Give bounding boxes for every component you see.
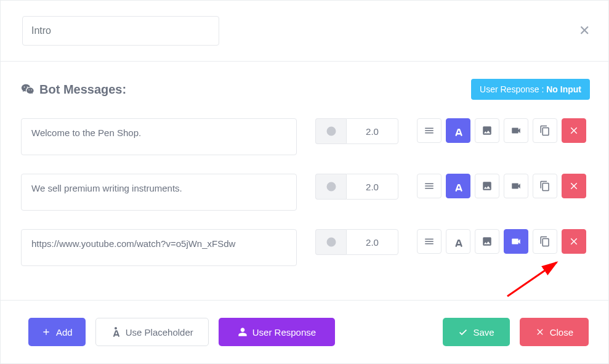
bars-icon (424, 125, 435, 136)
message-text-input[interactable] (21, 229, 297, 266)
close-icon (568, 180, 579, 192)
user-response-button[interactable]: User Response (219, 318, 335, 346)
font-icon (453, 125, 464, 136)
message-row (21, 229, 590, 266)
clock-icon (315, 229, 346, 255)
duplicate-button[interactable] (533, 174, 557, 198)
video-type-button[interactable] (504, 174, 528, 198)
save-button[interactable]: Save (443, 318, 509, 346)
message-toolbar (417, 174, 586, 198)
delay-group (315, 229, 398, 255)
block-name-input[interactable] (22, 16, 219, 46)
section-title: Bot Messages: (21, 83, 126, 97)
copy-icon (539, 125, 551, 136)
drag-handle-icon[interactable] (417, 118, 442, 143)
user-icon (238, 327, 248, 337)
message-toolbar (417, 118, 586, 143)
duplicate-button[interactable] (533, 229, 557, 254)
image-icon (482, 180, 493, 192)
check-icon (458, 327, 468, 337)
close-label: Close (550, 327, 573, 338)
video-type-button[interactable] (504, 229, 528, 254)
image-type-button[interactable] (475, 174, 499, 198)
save-label: Save (473, 327, 494, 338)
x-icon (535, 327, 545, 337)
bars-icon (424, 180, 435, 192)
add-label: Add (56, 327, 73, 338)
modal-body: Bot Messages: User Response : No Input (1, 62, 608, 300)
modal-footer: Add Use Placeholder User Response Save C… (1, 300, 608, 363)
close-icon (568, 236, 579, 247)
clock-icon (315, 174, 346, 200)
image-icon (482, 125, 493, 136)
delay-input[interactable] (346, 118, 398, 144)
duplicate-button[interactable] (533, 118, 557, 143)
copy-icon (539, 236, 551, 247)
badge-value: No Input (546, 84, 581, 94)
copy-icon (539, 180, 551, 192)
delete-button[interactable] (562, 118, 586, 143)
section-title-text: Bot Messages: (39, 83, 126, 97)
delete-button[interactable] (562, 229, 586, 254)
font-icon (111, 327, 121, 337)
plus-icon (41, 327, 51, 337)
drag-handle-icon[interactable] (417, 174, 442, 198)
bars-icon (424, 236, 435, 247)
message-text-input[interactable] (21, 118, 297, 155)
video-type-button[interactable] (504, 118, 528, 143)
font-icon (453, 236, 464, 247)
close-icon (568, 125, 579, 136)
user-response-label: User Response (252, 327, 316, 338)
text-type-button[interactable] (446, 118, 470, 143)
delay-input[interactable] (346, 229, 398, 255)
close-button[interactable]: Close (520, 318, 589, 346)
section-header: Bot Messages: User Response : No Input (21, 79, 590, 100)
message-toolbar (417, 229, 586, 254)
use-placeholder-label: Use Placeholder (126, 327, 193, 338)
image-type-button[interactable] (475, 229, 499, 254)
message-row (21, 118, 590, 155)
use-placeholder-button[interactable]: Use Placeholder (95, 318, 209, 346)
delete-button[interactable] (562, 174, 586, 198)
clock-icon (315, 118, 346, 144)
add-button[interactable]: Add (28, 318, 86, 346)
modal-header: ✕ (1, 1, 608, 62)
text-type-button[interactable] (446, 174, 470, 198)
video-icon (510, 236, 522, 247)
close-icon[interactable]: ✕ (579, 24, 590, 38)
delay-input[interactable] (346, 174, 398, 200)
drag-handle-icon[interactable] (417, 229, 442, 254)
message-row (21, 174, 590, 211)
video-icon (510, 125, 522, 136)
image-type-button[interactable] (475, 118, 499, 143)
delay-group (315, 174, 398, 200)
image-icon (482, 236, 493, 247)
modal: ✕ Bot Messages: User Response : No Input… (0, 0, 609, 364)
wechat-icon (21, 83, 34, 96)
font-icon (453, 180, 464, 192)
delay-group (315, 118, 398, 144)
message-text-input[interactable] (21, 174, 297, 211)
text-type-button[interactable] (446, 229, 470, 254)
badge-prefix: User Response : (480, 84, 544, 94)
video-icon (510, 180, 522, 192)
user-response-badge[interactable]: User Response : No Input (471, 79, 590, 100)
